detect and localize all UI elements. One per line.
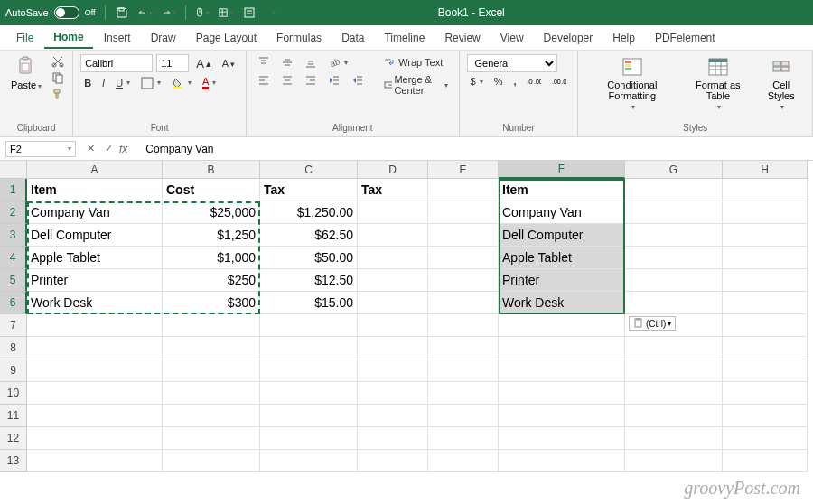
border-button[interactable]: [137, 75, 164, 91]
cell-A2[interactable]: Company Van: [27, 201, 163, 224]
underline-button[interactable]: U: [112, 76, 134, 90]
cell-E10[interactable]: [428, 382, 499, 405]
cell-D9[interactable]: [358, 359, 428, 382]
cell-E4[interactable]: [428, 247, 499, 269]
spreadsheet-grid[interactable]: A B C D E F G H 1ItemCostTaxTaxItem2Comp…: [0, 161, 813, 472]
fx-icon[interactable]: fx: [119, 143, 127, 155]
menu-review[interactable]: Review: [435, 28, 489, 48]
cell-E13[interactable]: [428, 450, 499, 472]
cell-F2[interactable]: Company Van: [499, 201, 625, 224]
cell-D10[interactable]: [358, 382, 428, 405]
menu-pdfelement[interactable]: PDFelement: [646, 28, 724, 48]
cell-F1[interactable]: Item: [499, 179, 625, 201]
cell-G4[interactable]: [625, 247, 723, 269]
cell-B6[interactable]: $300: [163, 292, 260, 314]
cell-A5[interactable]: Printer: [27, 269, 163, 292]
currency-icon[interactable]: $: [467, 74, 487, 89]
font-size-select[interactable]: [156, 54, 189, 72]
cell-E6[interactable]: [428, 292, 499, 314]
cell-C2[interactable]: $1,250.00: [260, 201, 358, 224]
menu-timeline[interactable]: Timeline: [375, 28, 434, 48]
orientation-icon[interactable]: ab: [324, 54, 351, 70]
cell-H5[interactable]: [723, 269, 808, 292]
cell-D12[interactable]: [358, 427, 428, 450]
cell-A9[interactable]: [27, 359, 163, 382]
cell-D11[interactable]: [358, 405, 428, 427]
paste-options-button[interactable]: (Ctrl)▾: [629, 316, 676, 331]
cell-C6[interactable]: $15.00: [260, 292, 358, 314]
cell-E8[interactable]: [428, 337, 499, 359]
align-top-icon[interactable]: [254, 54, 274, 70]
cell-F3[interactable]: Dell Computer: [499, 224, 625, 247]
col-header-C[interactable]: C: [260, 161, 358, 179]
conditional-formatting-button[interactable]: Conditional Formatting: [585, 54, 678, 113]
cell-styles-button[interactable]: Cell Styles: [758, 54, 805, 113]
cell-A10[interactable]: [27, 382, 163, 405]
row-header-2[interactable]: 2: [0, 201, 27, 224]
cell-G10[interactable]: [625, 382, 723, 405]
autosave-toggle[interactable]: AutoSave Off: [5, 6, 96, 19]
menu-page-layout[interactable]: Page Layout: [187, 28, 266, 48]
cell-C4[interactable]: $50.00: [260, 247, 358, 269]
cut-icon[interactable]: [51, 54, 65, 69]
cell-H4[interactable]: [723, 247, 808, 269]
cell-G8[interactable]: [625, 337, 723, 359]
cell-H8[interactable]: [723, 337, 808, 359]
cell-H9[interactable]: [723, 359, 808, 382]
cell-A1[interactable]: Item: [27, 179, 163, 201]
cell-B10[interactable]: [163, 382, 260, 405]
cell-A7[interactable]: [27, 314, 163, 337]
row-header-4[interactable]: 4: [0, 247, 27, 269]
increase-font-icon[interactable]: A▴: [192, 55, 215, 72]
menu-help[interactable]: Help: [603, 28, 644, 48]
cell-D6[interactable]: [358, 292, 428, 314]
col-header-A[interactable]: A: [27, 161, 163, 179]
decrease-decimal-icon[interactable]: .00.0: [548, 74, 570, 89]
menu-draw[interactable]: Draw: [142, 28, 185, 48]
cell-G1[interactable]: [625, 179, 723, 201]
cell-A8[interactable]: [27, 337, 163, 359]
formula-input[interactable]: Company Van: [140, 141, 813, 157]
paste-button[interactable]: Paste: [7, 54, 45, 92]
cell-E1[interactable]: [428, 179, 499, 201]
align-middle-icon[interactable]: [277, 54, 297, 70]
cell-G2[interactable]: [625, 201, 723, 224]
cell-H12[interactable]: [723, 427, 808, 450]
cell-F12[interactable]: [499, 427, 625, 450]
row-header-10[interactable]: 10: [0, 382, 27, 405]
cell-G13[interactable]: [625, 450, 723, 472]
increase-decimal-icon[interactable]: .0.00: [523, 74, 545, 89]
align-bottom-icon[interactable]: [301, 54, 321, 70]
cell-C10[interactable]: [260, 382, 358, 405]
cell-H6[interactable]: [723, 292, 808, 314]
comma-icon[interactable]: ,: [509, 74, 519, 89]
col-header-F[interactable]: F: [499, 161, 625, 179]
cell-F5[interactable]: Printer: [499, 269, 625, 292]
row-header-1[interactable]: 1: [0, 179, 27, 201]
save-icon[interactable]: [115, 5, 129, 20]
merge-center-button[interactable]: Merge & Center: [380, 72, 451, 98]
font-name-select[interactable]: [80, 54, 153, 72]
cell-C13[interactable]: [260, 450, 358, 472]
percent-icon[interactable]: %: [491, 74, 507, 89]
bold-button[interactable]: B: [80, 76, 95, 90]
row-header-7[interactable]: 7: [0, 314, 27, 337]
cell-B7[interactable]: [163, 314, 260, 337]
col-header-B[interactable]: B: [163, 161, 260, 179]
menu-formulas[interactable]: Formulas: [267, 28, 331, 48]
row-header-5[interactable]: 5: [0, 269, 27, 292]
select-all-corner[interactable]: [0, 161, 27, 179]
cell-C11[interactable]: [260, 405, 358, 427]
cell-B8[interactable]: [163, 337, 260, 359]
row-header-3[interactable]: 3: [0, 224, 27, 247]
row-header-8[interactable]: 8: [0, 337, 27, 359]
cell-A6[interactable]: Work Desk: [27, 292, 163, 314]
fill-color-button[interactable]: [168, 75, 195, 91]
col-header-E[interactable]: E: [428, 161, 499, 179]
touch-mouse-icon[interactable]: [195, 5, 210, 20]
cell-H3[interactable]: [723, 224, 808, 247]
menu-home[interactable]: Home: [44, 27, 92, 49]
align-right-icon[interactable]: [301, 72, 321, 89]
decrease-font-icon[interactable]: A▾: [219, 56, 238, 70]
cell-C9[interactable]: [260, 359, 358, 382]
